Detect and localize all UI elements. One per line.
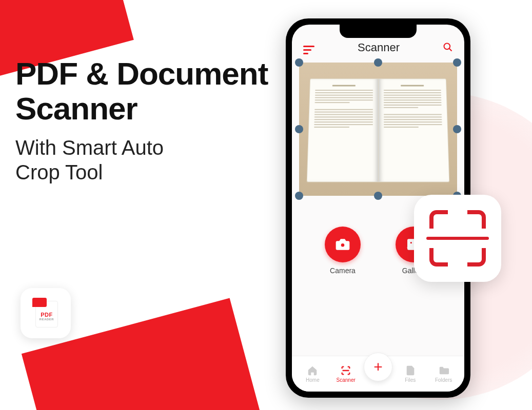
nav-folders[interactable]: Folders [428,365,459,383]
scan-frame-icon [429,210,486,266]
app-icon-label-main: PDF [41,312,53,318]
nav-files-label: Files [405,377,416,383]
nav-scanner-label: Scanner [337,377,356,383]
crop-handle-tr[interactable] [453,58,461,67]
app-icon-fold [32,298,47,307]
menu-icon[interactable] [303,46,314,54]
svg-line-1 [449,49,451,51]
crop-handle-tc[interactable] [374,58,382,67]
scan-preview[interactable] [299,63,457,196]
headline-line2: Scanner [15,91,137,126]
camera-button[interactable]: Camera [325,227,361,275]
fab-add-button[interactable]: + [364,353,392,381]
nav-home[interactable]: Home [297,365,328,383]
svg-point-0 [444,44,450,50]
crop-handle-ml[interactable] [295,125,303,133]
subtitle-line1: With Smart Auto [15,136,164,159]
search-icon[interactable] [443,42,453,54]
app-icon: PDF READER [21,288,71,338]
subtitle-line2: Crop Tool [15,161,103,183]
camera-label: Camera [330,266,356,275]
crop-handle-tl[interactable] [295,58,303,67]
scanner-badge [414,195,501,282]
headline-line1: PDF & Document [15,56,268,91]
crop-handle-bc[interactable] [374,192,382,200]
camera-icon [325,227,361,262]
svg-point-2 [341,243,345,248]
app-icon-graphic: PDF READER [32,298,59,329]
book-page-right [378,78,449,182]
nav-home-label: Home [306,377,320,383]
crop-handle-mr[interactable] [453,125,461,133]
headline-subtitle: With Smart Auto Crop Tool [15,135,268,184]
nav-scanner[interactable]: Scanner [330,365,361,383]
bottom-nav: Home Scanner + Files Folders [292,356,464,392]
book-page-left [307,78,378,182]
page-title: Scanner [358,41,400,54]
headline-block: PDF & Document Scanner With Smart Auto C… [15,56,268,184]
book-preview [307,78,450,182]
phone-notch [340,25,417,38]
nav-folders-label: Folders [435,377,452,383]
crop-handle-bl[interactable] [295,192,303,200]
svg-point-4 [410,241,412,244]
app-icon-label-sub: READER [40,318,54,321]
headline-title: PDF & Document Scanner [15,56,268,126]
nav-files[interactable]: Files [395,365,426,383]
